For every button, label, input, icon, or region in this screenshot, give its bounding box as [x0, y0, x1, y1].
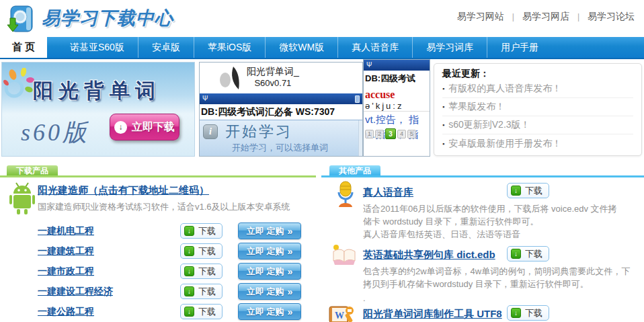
- logo[interactable]: 易学习下载中心: [4, 2, 173, 34]
- update-text: 安卓版最新使用手册发布！: [448, 138, 561, 150]
- download-arrow-icon: ↓: [511, 186, 521, 196]
- link-website[interactable]: 易学习网站: [457, 11, 504, 23]
- download-button[interactable]: ↓下载: [180, 243, 223, 259]
- dict-desc-line1: 包含共享的约2w单词音标，4w单词的例句，简明词典需要此文件，下: [363, 266, 644, 278]
- product-link-dict[interactable]: 英语基础共享例句库 dict.edb: [363, 249, 495, 261]
- order-button[interactable]: 立即 定购»: [238, 283, 301, 300]
- page-4[interactable]: 4: [397, 130, 406, 138]
- page-1[interactable]: 1: [365, 130, 374, 138]
- meaning-vt: vt.控告， 指: [364, 112, 430, 126]
- menu-item-subtitle: 开始学习，可以选择单词: [232, 142, 328, 154]
- download-label: 下载: [198, 286, 216, 298]
- link-forum[interactable]: 易学习论坛: [588, 11, 635, 23]
- download-arrow-icon: ↓: [114, 121, 127, 134]
- link-shop[interactable]: 易学习网店: [522, 11, 569, 23]
- banner-download-button[interactable]: ↓ 立即下载: [110, 114, 179, 140]
- download-button[interactable]: ↓下载: [180, 284, 223, 299]
- nav-tab-wm[interactable]: 微软WM版: [265, 37, 337, 58]
- signal-icon: Ψ: [366, 62, 372, 69]
- page-3-active[interactable]: 3: [385, 128, 396, 139]
- order-label: 立即 定购: [247, 245, 284, 257]
- bullet-icon: ▪: [442, 122, 444, 128]
- download-button[interactable]: ↓下载: [507, 183, 549, 198]
- info-icon: i: [203, 124, 218, 139]
- screenshot-app-title: 阳光背单词_ S60v0.71: [247, 66, 299, 88]
- product-link-tool[interactable]: 阳光背单词词库制作工具 UTF8: [363, 308, 502, 321]
- blue-divider: [321, 175, 644, 177]
- order-button[interactable]: 立即 定购»: [238, 243, 301, 259]
- update-text: 苹果版发布！: [448, 101, 505, 113]
- main-nav: 首 页 诺基亚S60版 安卓版 苹果iOS版 微软WM版 真人语音库 易学习词库…: [0, 37, 644, 59]
- site-header: 易学习下载中心 易学习网站 | 易学习网店 | 易学习论坛: [0, 0, 644, 37]
- row-link-shizheng[interactable]: 一建市政工程: [38, 266, 94, 278]
- order-label: 立即 定购: [247, 286, 284, 298]
- banner-title: 阳光背单词: [33, 77, 161, 105]
- download-label: 下载: [198, 306, 216, 318]
- order-button[interactable]: 立即 定购»: [238, 263, 301, 280]
- dict-desc-line2: 拷贝到手机存储卡wordstudy 目录下，重新运行软件即可。: [363, 278, 644, 290]
- row-link-jingji[interactable]: 一建建设工程经济: [38, 286, 113, 298]
- bullet-icon: ▪: [442, 85, 444, 92]
- download-arrow-icon: ↓: [511, 308, 521, 318]
- phone-menu: i 开始学习 开始学习，可以选择单词: [200, 120, 362, 157]
- dict-desc-line3: .: [363, 293, 644, 303]
- page-5[interactable]: 5: [407, 130, 416, 138]
- update-item[interactable]: ▪s60更新到V2.3版！: [442, 116, 633, 134]
- nav-tab-s60[interactable]: 诺基亚S60版: [56, 37, 138, 58]
- screenshot-app-header: 阳光背单词_ S60v0.71: [200, 63, 362, 93]
- nav-tab-home[interactable]: 首 页: [0, 37, 47, 58]
- download-label: 下载: [525, 307, 542, 319]
- phone-statusbar: Ψ: [200, 93, 362, 104]
- download-label: 下载: [198, 266, 216, 278]
- banner-download-label: 立即下载: [132, 120, 175, 134]
- download-button[interactable]: ↓下载: [180, 304, 223, 319]
- download-button[interactable]: ↓下载: [507, 246, 549, 261]
- update-item[interactable]: ▪有版权的真人语音库发布！: [442, 80, 633, 98]
- update-text: 有版权的真人语音库发布！: [448, 83, 561, 95]
- download-arrow-icon: ↓: [184, 286, 194, 296]
- scrollbar: [358, 120, 362, 157]
- nav-tab-android[interactable]: 安卓版: [138, 37, 194, 58]
- chevron-right-icon: »: [287, 286, 292, 297]
- banner-subtitle: s60版: [21, 116, 89, 149]
- nav-tab-dict[interactable]: 易学习词库: [412, 37, 487, 58]
- pagination: 1 2 3 4 5: [365, 128, 416, 139]
- page-2[interactable]: 2: [375, 130, 384, 138]
- db-status-line: DB:四级考试词汇必备 WS:7307: [200, 104, 362, 120]
- product-link-builder[interactable]: 阳光建造师（点击有下载地址二维码）: [38, 184, 209, 197]
- site-title: 易学习下载中心: [42, 6, 173, 30]
- android-icon: [8, 180, 36, 215]
- download-button[interactable]: ↓下载: [507, 305, 549, 321]
- update-item[interactable]: ▪安卓版最新使用手册发布！: [442, 134, 633, 153]
- download-arrow-icon: ↓: [184, 226, 194, 236]
- promo-banner[interactable]: 阳光背单词 s60版 ↓ 立即下载: [1, 62, 195, 157]
- chevron-right-icon: »: [287, 246, 292, 257]
- svg-text:W: W: [335, 311, 344, 321]
- order-button[interactable]: 立即 定购»: [238, 303, 301, 320]
- app-title-line1: 阳光背单词_: [247, 66, 299, 78]
- phonetic-text: ə'kju:z: [364, 101, 430, 112]
- menu-item-start: 开始学习: [225, 122, 292, 142]
- phone-statusbar: Ψ: [364, 60, 430, 71]
- download-button[interactable]: ↓下载: [180, 223, 223, 239]
- voice-desc-line2: 储卡 wordstudy 目录下，重新运行软件即可。: [363, 216, 644, 228]
- app-screenshot-word: Ψ DB:四级考试 accuse ə'kju:z vt.控告， 指 vi.指控，…: [363, 59, 430, 157]
- download-label: 下载: [198, 245, 216, 257]
- order-label: 立即 定购: [247, 225, 284, 237]
- chevron-right-icon: »: [287, 226, 292, 237]
- download-button[interactable]: ↓下载: [180, 264, 223, 279]
- row-link-jianzhu[interactable]: 一建建筑工程: [38, 245, 94, 257]
- updates-title: 最近更新：: [442, 68, 633, 80]
- update-item[interactable]: ▪苹果版发布！: [442, 98, 633, 116]
- order-button[interactable]: 立即 定购»: [238, 223, 301, 239]
- row-link-jidian[interactable]: 一建机电工程: [38, 225, 94, 237]
- nav-tab-manual[interactable]: 用户手册: [487, 37, 552, 58]
- recent-updates-panel: 最近更新： ▪有版权的真人语音库发布！ ▪苹果版发布！ ▪s60更新到V2.3版…: [434, 63, 642, 156]
- voice-desc-line3: 真人语音库包括英语、日语、法语等语音: [363, 229, 644, 241]
- row-link-gonglu[interactable]: 一建公路工程: [38, 306, 94, 318]
- download-label: 下载: [198, 225, 216, 237]
- nav-tab-ios[interactable]: 苹果iOS版: [194, 37, 265, 58]
- product-link-voice[interactable]: 真人语音库: [363, 186, 413, 199]
- download-label: 下载: [525, 248, 542, 260]
- nav-tab-voice[interactable]: 真人语音库: [337, 37, 412, 58]
